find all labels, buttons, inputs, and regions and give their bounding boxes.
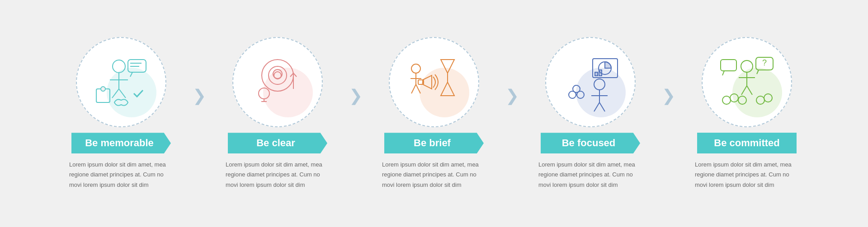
circle-memorable — [76, 37, 166, 127]
svg-line-48 — [757, 70, 759, 74]
svg-line-26 — [416, 84, 420, 93]
svg-point-0 — [113, 60, 125, 73]
chevron-1: ❯ — [193, 86, 206, 105]
icon-clear — [241, 46, 314, 118]
item-focused: Be focused Lorem ipsum dolor sit dim ame… — [523, 37, 658, 190]
item-committed: ? Be committed — [679, 37, 815, 190]
label-brief: Be brief — [384, 133, 484, 153]
item-wrapper-clear: Be clear Lorem ipsum dolor sit dim amet,… — [210, 37, 366, 190]
svg-text:?: ? — [762, 58, 767, 67]
icon-focused — [554, 46, 627, 118]
svg-point-51 — [722, 96, 731, 104]
svg-marker-19 — [441, 60, 454, 96]
svg-line-3 — [112, 89, 119, 98]
label-bg-brief: Be brief — [384, 133, 484, 153]
svg-line-50 — [722, 71, 724, 75]
circle-brief — [389, 37, 479, 127]
description-brief: Lorem ipsum dolor sit dim amet, mea regi… — [380, 160, 488, 190]
circle-focused — [545, 37, 636, 127]
label-bg-focused: Be focused — [541, 133, 640, 153]
label-memorable: Be memorable — [71, 133, 171, 153]
chevron-2: ❯ — [349, 86, 363, 105]
svg-point-53 — [738, 96, 746, 104]
label-committed: Be committed — [697, 133, 797, 153]
svg-line-36 — [594, 102, 599, 111]
icon-memorable — [85, 46, 157, 118]
svg-rect-32 — [599, 70, 602, 76]
icon-committed: ? — [711, 46, 783, 118]
circle-committed: ? — [702, 37, 792, 127]
svg-line-37 — [599, 102, 605, 111]
svg-point-52 — [730, 94, 738, 102]
svg-point-40 — [573, 85, 580, 93]
circle-clear — [232, 37, 323, 127]
svg-point-16 — [259, 88, 269, 99]
svg-point-55 — [764, 94, 772, 102]
chevron-4: ❯ — [662, 86, 675, 105]
svg-line-6 — [130, 72, 132, 77]
svg-point-33 — [594, 79, 605, 90]
description-clear: Lorem ipsum dolor sit dim amet, mea regi… — [223, 160, 332, 190]
item-wrapper-brief: Be brief Lorem ipsum dolor sit dim amet,… — [366, 37, 523, 190]
svg-point-22 — [411, 64, 420, 73]
item-wrapper-focused: Be focused Lorem ipsum dolor sit dim ame… — [523, 37, 679, 190]
item-wrapper-committed: ? Be committed — [679, 37, 815, 190]
item-wrapper-memorable: Be memorable Lorem ipsum dolor sit dim a… — [53, 37, 210, 190]
description-memorable: Lorem ipsum dolor sit dim amet, mea regi… — [67, 160, 175, 190]
infographic: Be memorable Lorem ipsum dolor sit dim a… — [0, 23, 868, 203]
item-clear: Be clear Lorem ipsum dolor sit dim amet,… — [210, 37, 345, 190]
label-bg-memorable: Be memorable — [71, 133, 171, 153]
svg-rect-49 — [721, 60, 736, 71]
svg-point-41 — [741, 60, 753, 72]
svg-point-11 — [262, 60, 293, 91]
svg-line-44 — [741, 86, 747, 95]
svg-line-25 — [411, 84, 416, 93]
svg-point-10 — [101, 87, 105, 91]
svg-point-54 — [756, 96, 764, 104]
svg-line-4 — [119, 89, 126, 98]
svg-line-45 — [747, 86, 752, 95]
icon-brief — [398, 46, 470, 118]
chevron-3: ❯ — [505, 86, 519, 105]
item-memorable: Be memorable Lorem ipsum dolor sit dim a… — [53, 37, 189, 190]
svg-rect-31 — [595, 72, 598, 76]
description-committed: Lorem ipsum dolor sit dim amet, mea regi… — [693, 160, 801, 190]
label-focused: Be focused — [541, 133, 640, 153]
description-focused: Lorem ipsum dolor sit dim amet, mea regi… — [536, 160, 645, 190]
item-brief: Be brief Lorem ipsum dolor sit dim amet,… — [366, 37, 502, 190]
label-bg-clear: Be clear — [228, 133, 327, 153]
label-bg-committed: Be committed — [697, 133, 797, 153]
label-clear: Be clear — [228, 133, 327, 153]
